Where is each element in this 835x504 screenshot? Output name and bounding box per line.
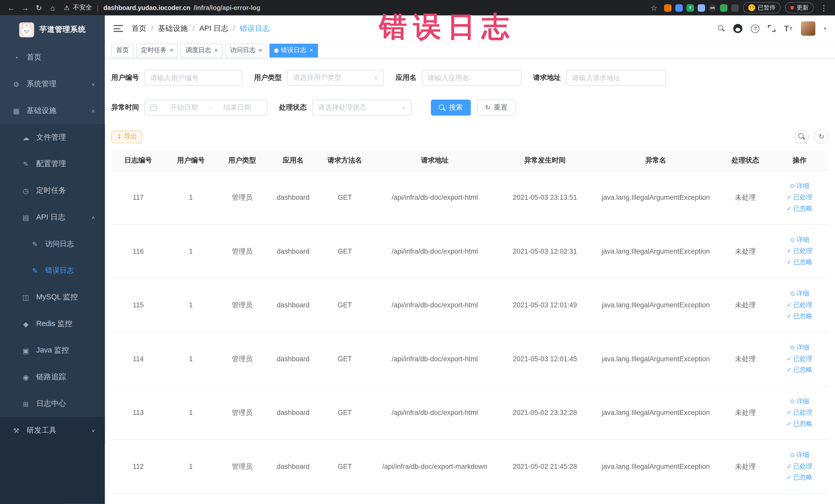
sidebar-item-job[interactable]: ◷定时任务 (0, 177, 105, 204)
url-path: /infra/log/api-error-log (194, 4, 260, 12)
reset-button-label: 重置 (494, 103, 507, 112)
back-icon[interactable]: ← (5, 2, 17, 14)
github-icon[interactable] (733, 24, 742, 33)
breadcrumb-item[interactable]: API 日志 (199, 24, 228, 33)
search-button[interactable]: 搜索 (431, 100, 471, 116)
action-ignored-link[interactable]: ✓已忽略 (774, 472, 826, 483)
sidebar-menu: ◔首页⚙系统管理∨▦基础设施∧☁文件管理✎配置管理◷定时任务▤API 日志∧✎访… (0, 44, 105, 444)
sidebar-item-error-log[interactable]: ✎错误日志 (0, 257, 105, 284)
action-detail-link[interactable]: ⊙详细 (774, 235, 826, 246)
update-chip[interactable]: 更新 (785, 2, 814, 13)
sidebar-item-infrastructure[interactable]: ▦基础设施∧ (0, 98, 105, 124)
refresh-button[interactable]: ↻ (814, 129, 829, 144)
help-icon[interactable]: ? (751, 24, 759, 33)
action-ignored-link[interactable]: ✓已忽略 (774, 203, 826, 214)
request-url-input[interactable] (566, 70, 666, 86)
search-icon[interactable] (718, 25, 725, 32)
breadcrumb-item[interactable]: 基础设施 (158, 24, 188, 33)
reload-icon[interactable]: ↻ (33, 2, 45, 14)
user-avatar[interactable] (801, 21, 815, 36)
extension-icon[interactable] (664, 4, 672, 12)
cell-app: dashboard (268, 224, 319, 278)
action-ignored-link[interactable]: ✓已忽略 (774, 418, 826, 429)
process-status-select[interactable]: 请选择处理状态 ∨ (312, 100, 412, 116)
extension-icon[interactable] (720, 4, 728, 12)
bookmark-star-icon[interactable]: ☆ (648, 2, 660, 14)
view-tab[interactable]: 访问日志× (225, 43, 267, 57)
action-detail-link[interactable]: ⊙详细 (774, 288, 826, 299)
tab-close-icon[interactable]: × (214, 47, 218, 54)
browser-menu-icon[interactable]: ⋮ (818, 2, 830, 14)
sidebar-item-redis[interactable]: ◆Redis 监控 (0, 311, 105, 337)
action-ignored-link[interactable]: ✓已忽略 (774, 364, 826, 376)
action-detail-link[interactable]: ⊙详细 (774, 181, 826, 192)
sidebar-item-log-center[interactable]: ⊞日志中心 (0, 390, 105, 417)
breadcrumb-item[interactable]: 首页 (131, 24, 146, 33)
tab-close-icon[interactable]: × (170, 47, 173, 54)
breadcrumb: 首页/基础设施/API 日志/错误日志 (131, 24, 269, 33)
start-date-placeholder: 开始日期 (160, 103, 208, 112)
access-log-icon: ✎ (30, 240, 39, 248)
avatar-caret-icon[interactable]: ▾ (824, 26, 826, 32)
cell-method: GET (319, 170, 371, 224)
export-button[interactable]: ↧ 导出 (111, 130, 142, 143)
action-ignored-link[interactable]: ✓已忽略 (774, 311, 826, 322)
sidebar-item-java[interactable]: ▣Java 监控 (0, 337, 105, 364)
view-tab[interactable]: 定时任务× (136, 43, 178, 57)
sidebar-item-config[interactable]: ✎配置管理 (0, 151, 105, 177)
extension-icon[interactable] (675, 4, 683, 12)
action-detail-link[interactable]: ⊙详细 (774, 342, 826, 353)
sidebar-item-api-log[interactable]: ▤API 日志∧ (0, 204, 105, 231)
sidebar-item-label: Redis 监控 (36, 319, 72, 329)
user-id-input[interactable] (144, 70, 242, 86)
extension-icon[interactable]: on (709, 4, 716, 12)
sidebar-item-dashboard[interactable]: ◔首页 (0, 44, 105, 71)
sidebar-item-mysql[interactable]: ◫MySQL 监控 (0, 284, 105, 311)
download-icon: ↧ (117, 133, 122, 140)
sidebar-toggle-icon[interactable] (114, 25, 123, 32)
action-processed-link[interactable]: ✓已处理 (774, 353, 826, 365)
action-processed-link[interactable]: ✓已处理 (774, 407, 826, 418)
view-tab[interactable]: 调度日志× (181, 43, 223, 57)
address-bar[interactable]: ⚠ 不安全 | dashboard.yudao.iocoder.cn/infra… (64, 3, 646, 12)
action-detail-link[interactable]: ⊙详细 (774, 396, 826, 407)
sidebar-item-access-log[interactable]: ✎访问日志 (0, 230, 105, 257)
action-ignored-link[interactable]: ✓已忽略 (774, 257, 826, 268)
action-detail-link[interactable]: ⊙详细 (774, 449, 826, 461)
action-processed-link[interactable]: ✓已处理 (774, 192, 826, 203)
extension-icon[interactable]: Y (686, 4, 694, 12)
action-label: 已忽略 (793, 257, 812, 268)
action-processed-link[interactable]: ✓已处理 (774, 461, 826, 472)
paused-chip[interactable]: 已暂停 (743, 2, 780, 13)
chevron-up-icon: ∧ (91, 108, 96, 113)
app-name-input[interactable] (422, 70, 521, 86)
column-header: 用户编号 (165, 151, 217, 170)
font-size-icon[interactable]: TT (784, 24, 793, 33)
sidebar-item-label: 配置管理 (36, 159, 66, 169)
chevron-down-icon: ∨ (91, 428, 96, 433)
hide-search-button[interactable] (794, 129, 809, 144)
view-tab[interactable]: 首页 (111, 43, 134, 57)
user-type-select[interactable]: 请选择用户类型 ∨ (287, 70, 384, 86)
reset-button[interactable]: ↻ 重置 (477, 100, 516, 116)
cell-actions: ⊙详细✓已处理✓已忽略 (771, 170, 829, 224)
fullscreen-icon[interactable] (768, 25, 775, 32)
breadcrumb-separator: / (151, 24, 153, 32)
extension-icon[interactable] (731, 4, 739, 12)
forward-icon[interactable]: → (19, 2, 31, 14)
sidebar-item-file[interactable]: ☁文件管理 (0, 124, 105, 151)
tab-close-icon[interactable]: × (309, 47, 313, 54)
view-tab[interactable]: 错误日志× (269, 43, 318, 57)
sidebar-item-gear[interactable]: ⚙系统管理∨ (0, 71, 105, 98)
action-processed-link[interactable]: ✓已处理 (774, 245, 826, 257)
extension-icon[interactable] (698, 4, 705, 12)
home-icon[interactable]: ⌂ (47, 2, 59, 14)
sidebar-item-devtools[interactable]: ⚒研发工具∨ (0, 417, 105, 444)
tab-close-icon[interactable]: × (259, 47, 262, 54)
app-logo[interactable]: 芋道管理系统 (0, 15, 105, 44)
exception-time-range[interactable]: 开始日期 - 结束日期 (144, 100, 267, 116)
action-processed-link[interactable]: ✓已处理 (774, 299, 826, 311)
eye-icon: ⊙ (790, 449, 795, 461)
check-icon: ✓ (787, 461, 792, 472)
sidebar-item-trace[interactable]: ◉链路追踪 (0, 364, 105, 390)
